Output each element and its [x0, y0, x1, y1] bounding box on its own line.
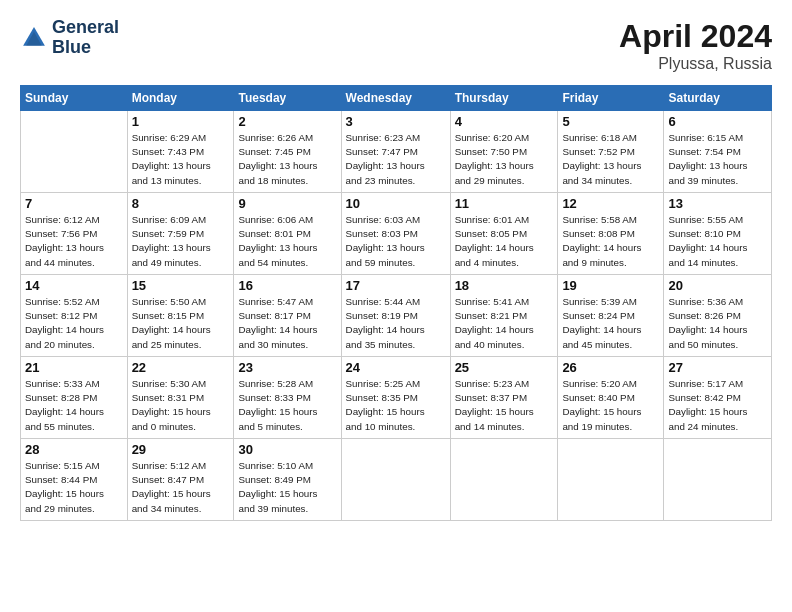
day-number: 10 [346, 196, 446, 211]
day-info: Sunrise: 5:20 AMSunset: 8:40 PMDaylight:… [562, 377, 659, 434]
day-number: 19 [562, 278, 659, 293]
day-number: 11 [455, 196, 554, 211]
day-info: Sunrise: 5:58 AMSunset: 8:08 PMDaylight:… [562, 213, 659, 270]
day-info: Sunrise: 5:10 AMSunset: 8:49 PMDaylight:… [238, 459, 336, 516]
week-row-1: 1Sunrise: 6:29 AMSunset: 7:43 PMDaylight… [21, 111, 772, 193]
day-info: Sunrise: 6:23 AMSunset: 7:47 PMDaylight:… [346, 131, 446, 188]
day-cell: 25Sunrise: 5:23 AMSunset: 8:37 PMDayligh… [450, 357, 558, 439]
day-number: 27 [668, 360, 767, 375]
header: General Blue April 2024 Plyussa, Russia [20, 18, 772, 73]
day-info: Sunrise: 6:06 AMSunset: 8:01 PMDaylight:… [238, 213, 336, 270]
day-info: Sunrise: 5:44 AMSunset: 8:19 PMDaylight:… [346, 295, 446, 352]
day-cell: 17Sunrise: 5:44 AMSunset: 8:19 PMDayligh… [341, 275, 450, 357]
day-number: 26 [562, 360, 659, 375]
day-cell [450, 439, 558, 521]
day-info: Sunrise: 5:36 AMSunset: 8:26 PMDaylight:… [668, 295, 767, 352]
weekday-wednesday: Wednesday [341, 86, 450, 111]
day-cell: 5Sunrise: 6:18 AMSunset: 7:52 PMDaylight… [558, 111, 664, 193]
day-number: 28 [25, 442, 123, 457]
day-info: Sunrise: 5:41 AMSunset: 8:21 PMDaylight:… [455, 295, 554, 352]
day-cell: 30Sunrise: 5:10 AMSunset: 8:49 PMDayligh… [234, 439, 341, 521]
day-cell: 1Sunrise: 6:29 AMSunset: 7:43 PMDaylight… [127, 111, 234, 193]
day-cell: 24Sunrise: 5:25 AMSunset: 8:35 PMDayligh… [341, 357, 450, 439]
day-info: Sunrise: 5:15 AMSunset: 8:44 PMDaylight:… [25, 459, 123, 516]
day-number: 7 [25, 196, 123, 211]
day-number: 4 [455, 114, 554, 129]
day-info: Sunrise: 5:52 AMSunset: 8:12 PMDaylight:… [25, 295, 123, 352]
day-number: 3 [346, 114, 446, 129]
week-row-2: 7Sunrise: 6:12 AMSunset: 7:56 PMDaylight… [21, 193, 772, 275]
day-cell: 28Sunrise: 5:15 AMSunset: 8:44 PMDayligh… [21, 439, 128, 521]
day-info: Sunrise: 5:30 AMSunset: 8:31 PMDaylight:… [132, 377, 230, 434]
day-cell: 23Sunrise: 5:28 AMSunset: 8:33 PMDayligh… [234, 357, 341, 439]
page: General Blue April 2024 Plyussa, Russia … [0, 0, 792, 531]
day-info: Sunrise: 5:17 AMSunset: 8:42 PMDaylight:… [668, 377, 767, 434]
day-cell: 6Sunrise: 6:15 AMSunset: 7:54 PMDaylight… [664, 111, 772, 193]
day-number: 13 [668, 196, 767, 211]
day-cell: 2Sunrise: 6:26 AMSunset: 7:45 PMDaylight… [234, 111, 341, 193]
day-number: 18 [455, 278, 554, 293]
day-cell [21, 111, 128, 193]
day-cell: 14Sunrise: 5:52 AMSunset: 8:12 PMDayligh… [21, 275, 128, 357]
day-cell: 8Sunrise: 6:09 AMSunset: 7:59 PMDaylight… [127, 193, 234, 275]
logo: General Blue [20, 18, 119, 58]
day-info: Sunrise: 5:23 AMSunset: 8:37 PMDaylight:… [455, 377, 554, 434]
day-number: 6 [668, 114, 767, 129]
day-info: Sunrise: 5:33 AMSunset: 8:28 PMDaylight:… [25, 377, 123, 434]
day-number: 15 [132, 278, 230, 293]
day-info: Sunrise: 6:26 AMSunset: 7:45 PMDaylight:… [238, 131, 336, 188]
title-block: April 2024 Plyussa, Russia [619, 18, 772, 73]
day-number: 1 [132, 114, 230, 129]
day-cell: 29Sunrise: 5:12 AMSunset: 8:47 PMDayligh… [127, 439, 234, 521]
day-cell: 19Sunrise: 5:39 AMSunset: 8:24 PMDayligh… [558, 275, 664, 357]
day-cell: 9Sunrise: 6:06 AMSunset: 8:01 PMDaylight… [234, 193, 341, 275]
day-cell: 21Sunrise: 5:33 AMSunset: 8:28 PMDayligh… [21, 357, 128, 439]
day-info: Sunrise: 6:12 AMSunset: 7:56 PMDaylight:… [25, 213, 123, 270]
calendar-title: April 2024 [619, 18, 772, 55]
day-info: Sunrise: 5:55 AMSunset: 8:10 PMDaylight:… [668, 213, 767, 270]
day-number: 14 [25, 278, 123, 293]
day-number: 21 [25, 360, 123, 375]
day-info: Sunrise: 5:50 AMSunset: 8:15 PMDaylight:… [132, 295, 230, 352]
day-number: 16 [238, 278, 336, 293]
day-cell: 26Sunrise: 5:20 AMSunset: 8:40 PMDayligh… [558, 357, 664, 439]
day-number: 29 [132, 442, 230, 457]
day-number: 9 [238, 196, 336, 211]
logo-text: General Blue [52, 18, 119, 58]
day-info: Sunrise: 5:39 AMSunset: 8:24 PMDaylight:… [562, 295, 659, 352]
day-info: Sunrise: 6:20 AMSunset: 7:50 PMDaylight:… [455, 131, 554, 188]
calendar-subtitle: Plyussa, Russia [619, 55, 772, 73]
logo-line1: General [52, 18, 119, 38]
weekday-tuesday: Tuesday [234, 86, 341, 111]
day-info: Sunrise: 5:25 AMSunset: 8:35 PMDaylight:… [346, 377, 446, 434]
day-number: 30 [238, 442, 336, 457]
calendar-header: SundayMondayTuesdayWednesdayThursdayFrid… [21, 86, 772, 111]
day-number: 20 [668, 278, 767, 293]
day-info: Sunrise: 6:03 AMSunset: 8:03 PMDaylight:… [346, 213, 446, 270]
day-cell: 7Sunrise: 6:12 AMSunset: 7:56 PMDaylight… [21, 193, 128, 275]
day-cell [341, 439, 450, 521]
day-cell: 18Sunrise: 5:41 AMSunset: 8:21 PMDayligh… [450, 275, 558, 357]
day-cell: 15Sunrise: 5:50 AMSunset: 8:15 PMDayligh… [127, 275, 234, 357]
day-number: 12 [562, 196, 659, 211]
weekday-sunday: Sunday [21, 86, 128, 111]
day-cell: 20Sunrise: 5:36 AMSunset: 8:26 PMDayligh… [664, 275, 772, 357]
week-row-4: 21Sunrise: 5:33 AMSunset: 8:28 PMDayligh… [21, 357, 772, 439]
weekday-header-row: SundayMondayTuesdayWednesdayThursdayFrid… [21, 86, 772, 111]
day-cell: 10Sunrise: 6:03 AMSunset: 8:03 PMDayligh… [341, 193, 450, 275]
day-info: Sunrise: 6:15 AMSunset: 7:54 PMDaylight:… [668, 131, 767, 188]
weekday-monday: Monday [127, 86, 234, 111]
weekday-saturday: Saturday [664, 86, 772, 111]
day-number: 25 [455, 360, 554, 375]
day-number: 17 [346, 278, 446, 293]
day-cell: 3Sunrise: 6:23 AMSunset: 7:47 PMDaylight… [341, 111, 450, 193]
day-cell: 22Sunrise: 5:30 AMSunset: 8:31 PMDayligh… [127, 357, 234, 439]
day-number: 24 [346, 360, 446, 375]
day-cell: 12Sunrise: 5:58 AMSunset: 8:08 PMDayligh… [558, 193, 664, 275]
day-number: 8 [132, 196, 230, 211]
day-cell [558, 439, 664, 521]
day-cell: 13Sunrise: 5:55 AMSunset: 8:10 PMDayligh… [664, 193, 772, 275]
day-info: Sunrise: 5:47 AMSunset: 8:17 PMDaylight:… [238, 295, 336, 352]
day-info: Sunrise: 5:12 AMSunset: 8:47 PMDaylight:… [132, 459, 230, 516]
day-cell [664, 439, 772, 521]
